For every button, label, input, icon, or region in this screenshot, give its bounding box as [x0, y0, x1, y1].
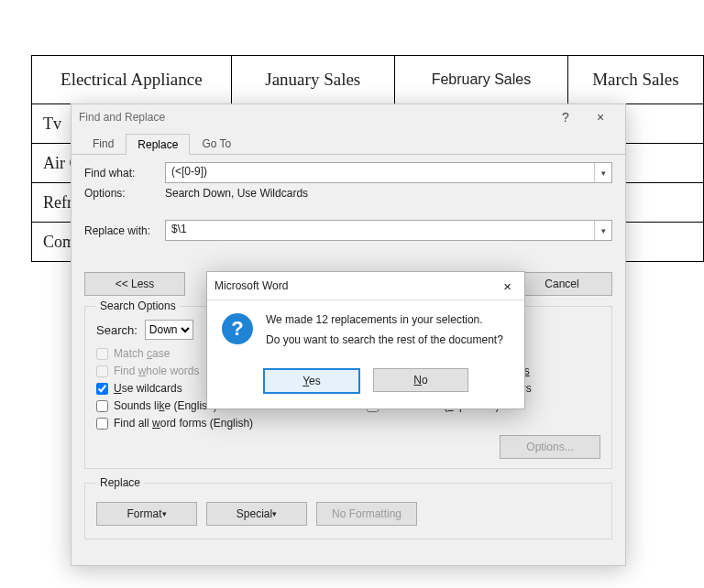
checkbox[interactable] — [96, 418, 108, 430]
chevron-down-icon[interactable] — [594, 221, 611, 240]
search-direction-label: Search: — [96, 323, 138, 337]
message-box: Microsoft Word × ? We made 12 replacemen… — [206, 271, 525, 409]
options-button[interactable]: Options... — [500, 435, 600, 459]
no-formatting-button: No Formatting — [316, 502, 417, 526]
search-options-legend: Search Options — [96, 299, 180, 312]
question-icon: ? — [222, 313, 253, 344]
replace-group: Replace Format Special No Formatting — [84, 476, 612, 539]
table-header: March Sales — [567, 56, 703, 104]
dialog-title: Find and Replace — [79, 111, 548, 124]
checkbox — [96, 348, 108, 360]
table-header: Electrical Appliance — [32, 56, 232, 104]
format-button[interactable]: Format — [96, 502, 197, 526]
dialog-titlebar[interactable]: Find and Replace ? × — [72, 104, 625, 130]
replace-with-label: Replace with: — [84, 224, 165, 237]
replace-with-input[interactable]: $\1 — [165, 220, 612, 241]
chevron-down-icon[interactable] — [594, 163, 611, 182]
close-icon[interactable]: × — [498, 278, 517, 294]
options-label: Options: — [84, 187, 165, 200]
table-header: February Sales — [394, 56, 567, 104]
table-header: January Sales — [231, 56, 394, 104]
tab-strip: Find Replace Go To — [72, 130, 625, 155]
message-title: Microsoft Word — [214, 279, 498, 292]
message-titlebar[interactable]: Microsoft Word × — [207, 272, 524, 300]
options-value: Search Down, Use Wildcards — [165, 187, 308, 200]
find-what-input[interactable]: (<[0-9]) — [165, 162, 612, 183]
tab-replace[interactable]: Replace — [126, 134, 190, 155]
checkbox-option[interactable]: Find all word forms (English) — [96, 417, 330, 430]
tab-goto[interactable]: Go To — [190, 133, 243, 154]
no-button[interactable]: No — [373, 368, 468, 392]
message-line: We made 12 replacements in your selectio… — [266, 313, 503, 326]
help-button[interactable]: ? — [548, 110, 583, 125]
close-icon[interactable]: × — [583, 110, 618, 125]
special-button[interactable]: Special — [206, 502, 307, 526]
checkbox[interactable] — [96, 383, 108, 395]
find-what-label: Find what: — [84, 167, 165, 180]
replace-legend: Replace — [96, 476, 144, 489]
tab-find[interactable]: Find — [81, 133, 126, 154]
message-line: Do you want to search the rest of the do… — [266, 333, 503, 346]
cancel-button[interactable]: Cancel — [512, 272, 612, 296]
search-direction-select[interactable]: Down — [145, 320, 193, 340]
yes-button[interactable]: Yes — [263, 368, 360, 394]
less-button[interactable]: << Less — [84, 272, 185, 296]
checkbox[interactable] — [96, 400, 108, 412]
checkbox — [96, 365, 108, 377]
